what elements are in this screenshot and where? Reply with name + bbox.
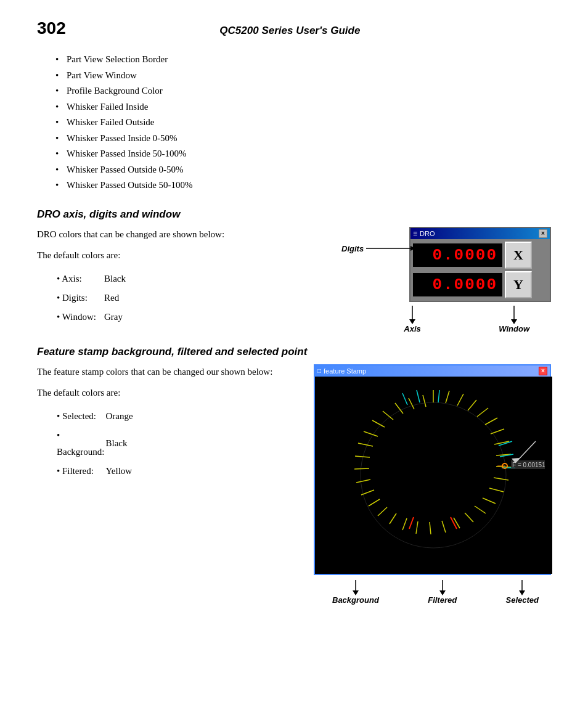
list-item: Part View Selection Border — [55, 52, 551, 68]
dro-body: 0.0000 X 0.0000 Y — [410, 239, 550, 301]
stamp-default-label: The default colors are: — [37, 385, 301, 400]
svg-line-17 — [496, 467, 511, 467]
dro-axis-x[interactable]: X — [505, 242, 532, 269]
dro-axis-value: Black — [104, 270, 126, 288]
list-item: Profile Background Color — [55, 83, 551, 99]
svg-text:F = 0.00151: F = 0.00151 — [512, 462, 545, 468]
dro-digits-label: • Digits: — [57, 289, 103, 307]
dro-axis-label: • Axis: — [57, 270, 103, 288]
dro-heading: DRO axis, digits and window — [37, 208, 551, 221]
axis-arrow — [400, 306, 425, 324]
stamp-canvas: F = 0.00151 — [315, 377, 552, 574]
page-number: 302 — [37, 18, 66, 38]
dro-digits-x: 0.0000 — [413, 243, 502, 267]
list-item: Whisker Failed Inside — [55, 99, 551, 115]
filtered-label: Filtered — [428, 595, 457, 605]
window-label-group: Window — [499, 306, 529, 333]
axis-label: Axis — [404, 324, 420, 333]
dro-titlebar: DRO × — [410, 228, 550, 239]
dro-digits-y: 0.0000 — [413, 273, 502, 296]
stamp-heading: Feature stamp background, filtered and s… — [37, 346, 551, 358]
list-item: Whisker Failed Outside — [55, 115, 551, 131]
dro-window: DRO × 0.0000 X 0.0000 Y — [409, 227, 551, 302]
stamp-section: Feature stamp background, filtered and s… — [37, 346, 551, 605]
list-item: Whisker Passed Outside 50-100% — [55, 178, 551, 194]
window-arrow — [502, 306, 526, 324]
selected-label: Selected — [506, 595, 539, 605]
stamp-background-label: • Background: — [57, 427, 104, 461]
dro-row-x: 0.0000 X — [413, 242, 547, 269]
stamp-filtered-value: Yellow — [105, 462, 133, 480]
filtered-arrow — [430, 580, 455, 595]
stamp-defaults-table: • Selected: Orange • Background: Black •… — [55, 406, 134, 481]
dro-row-y: 0.0000 Y — [413, 271, 547, 298]
svg-marker-3 — [409, 319, 415, 324]
dro-default-label: The default colors are: — [37, 248, 354, 263]
dro-titlebar-text: DRO — [413, 229, 435, 238]
dro-window-label: • Window: — [57, 308, 103, 326]
svg-marker-5 — [511, 319, 517, 324]
stamp-titlebar: feature Stamp × — [315, 365, 550, 377]
dro-intro: DRO colors that can be changed are shown… — [37, 227, 354, 242]
bullet-list: Part View Selection Border Part View Win… — [55, 52, 551, 194]
list-item: Whisker Passed Inside 50-100% — [55, 146, 551, 162]
stamp-right: feature Stamp × — [314, 364, 551, 605]
digits-arrow — [366, 244, 415, 253]
window-label: Window — [499, 324, 529, 333]
dro-bottom-labels: Axis Window — [345, 306, 529, 333]
digits-label-group: Digits — [341, 244, 415, 253]
stamp-close-button[interactable]: × — [539, 367, 547, 375]
svg-line-33 — [354, 468, 369, 469]
background-label-group: Background — [332, 580, 379, 605]
page-title: QC5200 Series User's Guide — [66, 25, 514, 37]
stamp-svg: F = 0.00151 — [315, 377, 552, 574]
list-item: Part View Window — [55, 68, 551, 84]
dro-close-button[interactable]: × — [539, 229, 547, 238]
stamp-intro: The feature stamp colors that can be cha… — [37, 364, 301, 379]
selected-arrow — [510, 580, 534, 595]
filtered-label-group: Filtered — [428, 580, 457, 605]
stamp-widget-container: feature Stamp × — [314, 364, 551, 605]
selected-label-group: Selected — [506, 580, 539, 605]
stamp-filtered-label: • Filtered: — [57, 462, 104, 480]
dro-widget-container: Digits DRO × 0.0000 X — [409, 227, 551, 302]
list-item: Whisker Passed Inside 0-50% — [55, 131, 551, 147]
stamp-selected-label: • Selected: — [57, 407, 104, 425]
digits-label: Digits — [341, 244, 364, 253]
dro-section: DRO axis, digits and window DRO colors t… — [37, 208, 551, 333]
stamp-titlebar-text: feature Stamp — [317, 367, 366, 375]
axis-label-group: Axis — [400, 306, 425, 333]
background-label: Background — [332, 595, 379, 605]
stamp-selected-value: Orange — [105, 407, 133, 425]
svg-marker-1 — [410, 246, 415, 251]
stamp-left: The feature stamp colors that can be cha… — [37, 364, 301, 484]
list-item: Whisker Passed Outside 0-50% — [55, 162, 551, 178]
dro-defaults-table: • Axis: Black • Digits: Red • Window: Gr… — [55, 269, 127, 327]
dro-left: DRO colors that can be changed are shown… — [37, 227, 354, 330]
stamp-background-value: Black — [105, 427, 133, 461]
svg-marker-57 — [353, 590, 359, 595]
svg-marker-59 — [439, 590, 446, 595]
page-header: 302 QC5200 Series User's Guide — [37, 18, 551, 38]
stamp-window: feature Stamp × — [314, 364, 551, 575]
dro-window-value: Gray — [104, 308, 126, 326]
svg-marker-61 — [519, 590, 525, 595]
dro-axis-y[interactable]: Y — [505, 271, 532, 298]
svg-rect-6 — [315, 377, 552, 574]
background-arrow — [343, 580, 368, 595]
dro-right: Digits DRO × 0.0000 X — [366, 227, 551, 333]
stamp-bottom-labels: Background Filtered — [314, 580, 551, 605]
dro-digits-value: Red — [104, 289, 126, 307]
